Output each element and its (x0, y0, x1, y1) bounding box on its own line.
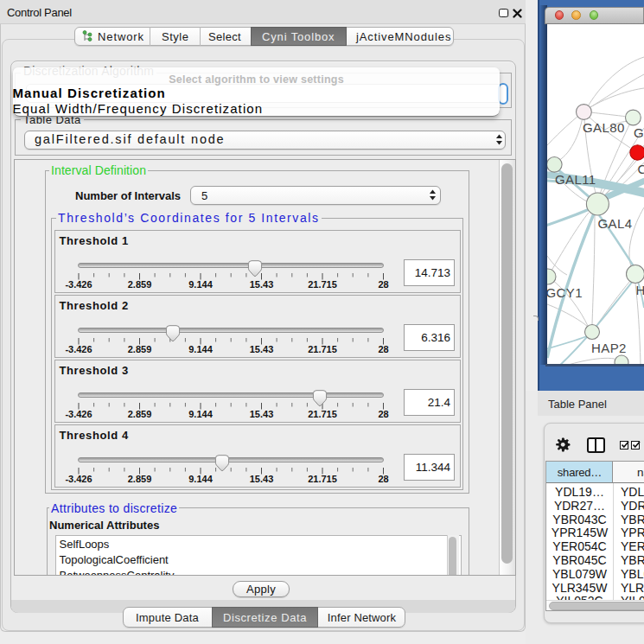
svg-text:GA: GA (634, 125, 644, 140)
svg-text:GAL4: GAL4 (598, 216, 633, 231)
svg-text:GAL11: GAL11 (555, 172, 596, 187)
svg-text:GAL80: GAL80 (583, 120, 625, 135)
svg-text:CD: CD (638, 162, 644, 176)
svg-text:HAP2: HAP2 (591, 341, 627, 355)
svg-text:GCY1: GCY1 (547, 285, 583, 300)
svg-text:HI: HI (636, 283, 644, 297)
